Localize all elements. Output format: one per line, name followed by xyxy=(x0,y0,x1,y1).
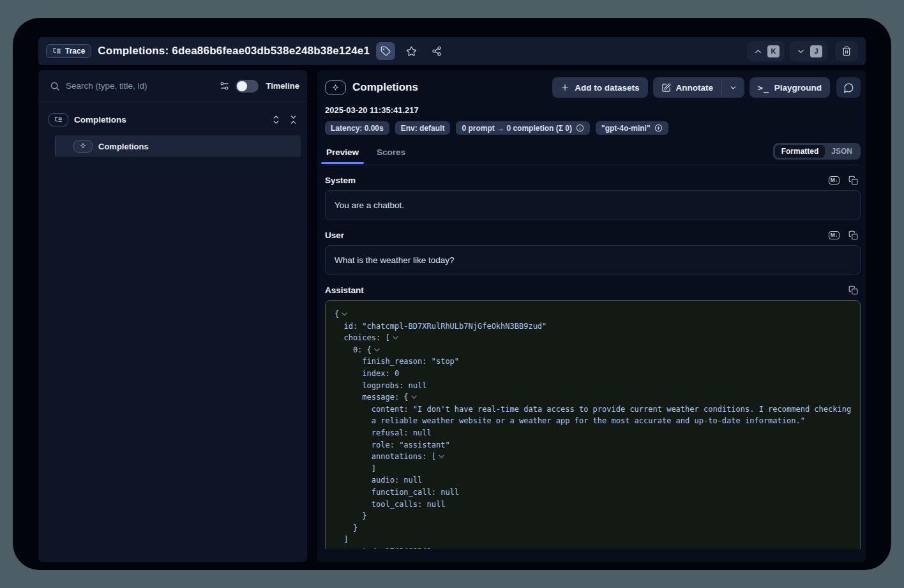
json-line: audio: null xyxy=(335,474,855,486)
json-line: refusal: null xyxy=(335,427,855,439)
header-actions: K J xyxy=(747,41,858,61)
json-line: } xyxy=(335,510,855,522)
json-line: created: 1742469341 xyxy=(335,546,855,549)
user-message-box: What is the weather like today? xyxy=(325,245,861,275)
message-circle-icon xyxy=(843,82,854,93)
model-badge[interactable]: "gpt-4o-mini" xyxy=(596,121,668,135)
delete-trace-button[interactable] xyxy=(835,41,858,61)
tree-node-generation-selected[interactable]: Completions xyxy=(55,135,301,157)
trace-tree: Completions Completions xyxy=(38,102,307,157)
chevron-down-icon xyxy=(796,47,806,56)
tree-child-label: Completions xyxy=(98,142,149,151)
trace-tree-sidebar: Timeline Completions Completions xyxy=(38,70,307,562)
sparkle-icon xyxy=(331,84,340,92)
format-toggle: Formatted JSON xyxy=(773,143,861,160)
collapse-chevron-icon[interactable] xyxy=(342,312,347,316)
tabs-bar: Preview Scores Formatted JSON xyxy=(325,143,861,165)
generation-node-badge xyxy=(73,140,93,153)
search-icon xyxy=(50,81,60,91)
assistant-json-viewer[interactable]: {id: "chatcmpl-BD7XRulRhULb7NjGfeOkhN3BB… xyxy=(325,300,861,549)
annotate-split-button: Annotate xyxy=(653,77,745,98)
trace-title: Completions: 6dea86b6feae03db538e248b38e… xyxy=(98,45,370,57)
environment-badge: Env: default xyxy=(395,121,451,135)
add-to-datasets-label: Add to datasets xyxy=(575,83,639,93)
circle-plus-icon xyxy=(654,124,663,132)
collapse-chevron-icon[interactable] xyxy=(411,395,417,399)
generation-type-badge xyxy=(325,80,346,95)
annotate-dropdown-button[interactable] xyxy=(722,77,744,98)
json-line: index: 0 xyxy=(335,368,855,380)
assistant-label: Assistant xyxy=(325,285,364,295)
add-to-datasets-button[interactable]: Add to datasets xyxy=(552,77,647,98)
share-icon xyxy=(432,46,442,56)
view-settings-icon[interactable] xyxy=(219,80,230,91)
share-button[interactable] xyxy=(427,42,446,60)
system-section-header: System M↓ xyxy=(325,176,861,185)
trace-header-bar: Trace Completions: 6dea86b6feae03db538e2… xyxy=(38,37,866,65)
list-tree-icon xyxy=(52,47,61,56)
tag-icon xyxy=(380,46,391,56)
copy-icon[interactable] xyxy=(848,176,858,185)
trace-badge-label: Trace xyxy=(65,47,85,56)
token-usage-badge[interactable]: 0 prompt → 0 completion (Σ 0) xyxy=(456,121,590,135)
timeline-label: Timeline xyxy=(266,81,299,91)
collapse-chevron-icon[interactable] xyxy=(439,455,444,458)
star-icon xyxy=(406,46,417,57)
json-line: ] xyxy=(335,534,855,546)
search-input[interactable] xyxy=(66,81,213,91)
playground-label: Playground xyxy=(774,83,822,93)
tags-button[interactable] xyxy=(376,42,395,60)
json-line: finish_reason: "stop" xyxy=(335,356,855,368)
system-message-box: You are a chatbot. xyxy=(325,190,861,220)
tab-preview[interactable]: Preview xyxy=(325,145,360,163)
kbd-k: K xyxy=(767,45,780,57)
nav-previous-button[interactable]: K xyxy=(747,41,785,61)
json-line: message: { xyxy=(335,391,855,403)
json-line: logprobs: null xyxy=(335,380,855,392)
format-json-button[interactable]: JSON xyxy=(825,145,859,158)
playground-button[interactable]: >_ Playground xyxy=(750,77,830,98)
assistant-section-header: Assistant xyxy=(325,285,861,295)
tab-scores[interactable]: Scores xyxy=(375,145,407,163)
format-formatted-button[interactable]: Formatted xyxy=(775,145,825,158)
user-section-header: User M↓ xyxy=(325,230,861,240)
user-label: User xyxy=(325,230,344,240)
collapse-chevron-icon[interactable] xyxy=(374,348,380,352)
assistant-output-clip: {id: "chatcmpl-BD7XRulRhULb7NjGfeOkhN3BB… xyxy=(325,300,861,549)
json-line: annotations: [ xyxy=(335,451,855,463)
copy-icon[interactable] xyxy=(848,230,858,240)
kbd-j: J xyxy=(810,45,822,57)
collapse-chevron-icon[interactable] xyxy=(393,336,398,340)
markdown-toggle-icon[interactable]: M↓ xyxy=(829,231,840,239)
trace-type-badge: Trace xyxy=(46,44,91,58)
system-label: System xyxy=(325,176,356,185)
observation-header: Completions Add to datasets Annotate xyxy=(325,75,861,100)
latency-badge: Latency: 0.00s xyxy=(325,121,389,135)
plus-icon xyxy=(561,83,569,92)
observation-title: Completions xyxy=(352,81,418,94)
annotate-label: Annotate xyxy=(676,83,714,93)
json-line: role: "assistant" xyxy=(335,439,855,451)
json-line: id: "chatcmpl-BD7XRulRhULb7NjGfeOkhN3BB9… xyxy=(335,320,855,333)
chevron-down-icon xyxy=(729,84,737,92)
annotate-button[interactable]: Annotate xyxy=(653,77,722,98)
json-line: choices: [ xyxy=(335,332,855,344)
observation-actions: Add to datasets Annotate >_ Playground xyxy=(552,77,861,98)
json-line: { xyxy=(335,308,855,320)
trash-icon xyxy=(841,46,852,56)
observation-timestamp: 2025-03-20 11:35:41.217 xyxy=(325,105,861,115)
bookmark-star-button[interactable] xyxy=(402,42,421,60)
comments-button[interactable] xyxy=(836,77,861,98)
collapse-all-icon[interactable] xyxy=(289,115,298,124)
metadata-badges: Latency: 0.00s Env: default 0 prompt → 0… xyxy=(325,121,861,135)
tree-controls xyxy=(271,115,298,124)
timeline-toggle[interactable] xyxy=(236,80,259,93)
expand-all-icon[interactable] xyxy=(271,115,281,124)
copy-icon[interactable] xyxy=(848,285,858,295)
nav-next-button[interactable]: J xyxy=(790,41,827,61)
tree-node-trace[interactable]: Completions xyxy=(46,109,301,130)
json-line: } xyxy=(335,522,855,534)
markdown-toggle-icon[interactable]: M↓ xyxy=(829,176,840,185)
sparkle-icon xyxy=(79,142,87,150)
tree-search-row: Timeline xyxy=(38,70,307,102)
